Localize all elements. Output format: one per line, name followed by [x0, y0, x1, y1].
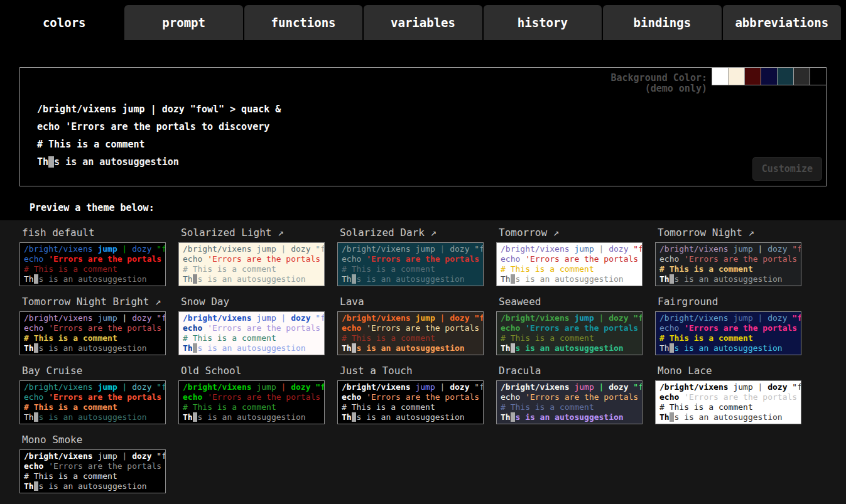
- tab-variables[interactable]: variables: [364, 5, 482, 40]
- theme-preview[interactable]: /bright/vixens jump | dozy "fowl" > quac…: [178, 311, 325, 355]
- token-string: 'Errors are the portals to discovery: [684, 254, 801, 264]
- token-comment: # This is a comment: [24, 402, 117, 412]
- theme-title[interactable]: Solarized Dark ↗: [340, 227, 484, 239]
- token-command: echo: [342, 392, 361, 402]
- theme-title: Snow Day: [181, 296, 325, 308]
- terminal-line: echo 'Errors are the portals to discover…: [24, 392, 161, 402]
- token-command: /bright/vixens: [24, 313, 93, 323]
- background-swatch-5[interactable]: [777, 67, 794, 85]
- terminal-line: echo 'Errors are the portals to discover…: [501, 323, 638, 333]
- token-pipe: |: [151, 104, 156, 115]
- background-swatch-3[interactable]: [744, 67, 761, 85]
- theme-preview[interactable]: /bright/vixens jump | dozy "fowl" > quac…: [19, 242, 166, 286]
- theme-card-old-school: Old School/bright/vixens jump | dozy "fo…: [178, 363, 325, 424]
- background-swatch-row: [712, 67, 827, 85]
- theme-card-tomorrow: Tomorrow ↗/bright/vixens jump | dozy "fo…: [496, 225, 643, 286]
- terminal-line: This is an autosuggestion: [659, 343, 797, 353]
- token-command-2: dozy: [767, 382, 787, 392]
- theme-card-bay-cruise: Bay Cruise/bright/vixens jump | dozy "fo…: [19, 363, 166, 424]
- theme-preview[interactable]: /bright/vixens jump | dozy "fowl" > quac…: [19, 311, 166, 355]
- token-space: [117, 451, 122, 461]
- token-quote-tail: "fowl" > quack &: [315, 313, 325, 323]
- token-typed-text: Th: [659, 274, 670, 284]
- tab-abbreviations[interactable]: abbreviations: [723, 5, 841, 40]
- token-command-2: dozy: [767, 313, 787, 323]
- token-autosuggestion: s is an autosuggestion: [197, 412, 305, 422]
- token-param: jump: [256, 313, 276, 323]
- background-color-label-line2: (demo only): [610, 83, 707, 94]
- token-autosuggestion: s is an autosuggestion: [38, 481, 146, 491]
- token-quote-tail: "fowl" > quack &: [792, 244, 801, 254]
- tab-history[interactable]: history: [484, 5, 602, 40]
- token-space: [520, 323, 525, 333]
- token-quote-tail: "fowl" > quack &: [474, 244, 484, 254]
- token-space: [594, 382, 599, 392]
- theme-title[interactable]: Tomorrow Night Bright ↗: [22, 296, 166, 308]
- terminal-line: echo 'Errors are the portals to discover…: [659, 323, 797, 333]
- theme-preview[interactable]: /bright/vixens jump | dozy "fowl" > quac…: [496, 242, 643, 286]
- theme-preview[interactable]: /bright/vixens jump | dozy "fowl" > quac…: [178, 380, 325, 424]
- background-swatch-2[interactable]: [728, 67, 745, 85]
- theme-preview[interactable]: /bright/vixens jump | dozy "fowl" > quac…: [178, 242, 325, 286]
- token-typed-text: Th: [342, 412, 352, 422]
- tab-colors[interactable]: colors: [5, 5, 123, 40]
- token-command: /bright/vixens: [183, 244, 252, 254]
- theme-preview[interactable]: /bright/vixens jump | dozy "fowl" > quac…: [19, 449, 166, 493]
- tab-functions[interactable]: functions: [244, 5, 362, 40]
- token-typed-text: Th: [342, 343, 352, 353]
- tab-bindings[interactable]: bindings: [603, 5, 721, 40]
- background-swatch-7[interactable]: [810, 67, 827, 85]
- token-quote-tail: "fowl" > quack &: [156, 451, 166, 461]
- token-space: [156, 104, 162, 115]
- theme-preview[interactable]: /bright/vixens jump | dozy "fowl" > quac…: [19, 380, 166, 424]
- token-string: 'Errors are the portals to discovery: [525, 254, 643, 264]
- token-param: jump: [256, 244, 276, 254]
- token-typed-text: Th: [183, 343, 193, 353]
- tab-prompt[interactable]: prompt: [124, 5, 242, 40]
- terminal-line: This is an autosuggestion: [24, 481, 161, 491]
- background-color-control: Background Color: (demo only): [610, 67, 827, 94]
- theme-preview[interactable]: /bright/vixens jump | dozy "fowl" > quac…: [337, 311, 484, 355]
- theme-title[interactable]: Solarized Light ↗: [181, 227, 325, 239]
- background-swatch-4[interactable]: [761, 67, 778, 85]
- token-command: /bright/vixens: [659, 382, 729, 392]
- token-typed-text: Th: [501, 343, 511, 353]
- token-string: 'Errors are the portals to discovery: [48, 461, 166, 471]
- theme-preview[interactable]: /bright/vixens jump | dozy "fowl" > quac…: [496, 311, 643, 355]
- theme-card-seaweed: Seaweed/bright/vixens jump | dozy "fowl"…: [496, 294, 643, 355]
- theme-preview[interactable]: /bright/vixens jump | dozy "fowl" > quac…: [337, 380, 484, 424]
- theme-card-dracula: Dracula/bright/vixens jump | dozy "fowl"…: [496, 363, 643, 424]
- terminal-line: /bright/vixens jump | dozy "fowl" > quac…: [342, 244, 479, 254]
- background-swatch-1[interactable]: [712, 67, 729, 85]
- theme-grid: fish default/bright/vixens jump | dozy "…: [19, 225, 846, 493]
- theme-preview[interactable]: /bright/vixens jump | dozy "fowl" > quac…: [655, 311, 801, 355]
- theme-title[interactable]: Tomorrow ↗: [499, 227, 643, 239]
- token-string: 'Errors are the portals to discovery: [525, 323, 643, 333]
- token-autosuggestion: s is an autosuggestion: [674, 343, 782, 353]
- token-command-2: dozy: [132, 313, 151, 323]
- theme-preview[interactable]: /bright/vixens jump | dozy "fowl" > quac…: [655, 380, 801, 424]
- token-space: [202, 392, 207, 402]
- customize-button[interactable]: Customize: [752, 157, 822, 181]
- token-param: jump: [574, 244, 594, 254]
- token-command: /bright/vixens: [37, 104, 116, 115]
- token-quote-tail: "fowl" > quack &: [315, 244, 325, 254]
- token-command: echo: [37, 121, 60, 132]
- theme-preview[interactable]: /bright/vixens jump | dozy "fowl" > quac…: [337, 242, 484, 286]
- token-param: jump: [97, 244, 117, 254]
- token-space: [679, 254, 684, 264]
- token-typed-text: Th: [501, 412, 511, 422]
- terminal-line: # This is a comment: [501, 402, 638, 412]
- terminal-line: echo 'Errors are the portals to discover…: [37, 118, 281, 136]
- terminal-line: /bright/vixens jump | dozy "fowl" > quac…: [24, 313, 161, 323]
- token-command: /bright/vixens: [659, 313, 729, 323]
- theme-preview[interactable]: /bright/vixens jump | dozy "fowl" > quac…: [655, 242, 801, 286]
- theme-title[interactable]: Tomorrow Night ↗: [658, 227, 801, 239]
- background-swatch-6[interactable]: [793, 67, 810, 85]
- background-color-label: Background Color: (demo only): [610, 67, 712, 94]
- token-command: /bright/vixens: [342, 244, 411, 254]
- tab-bar: colorspromptfunctionsvariableshistorybin…: [5, 5, 841, 40]
- token-space: [361, 254, 366, 264]
- terminal-line: /bright/vixens jump | dozy "fowl" > quac…: [24, 382, 161, 392]
- theme-preview[interactable]: /bright/vixens jump | dozy "fowl" > quac…: [496, 380, 643, 424]
